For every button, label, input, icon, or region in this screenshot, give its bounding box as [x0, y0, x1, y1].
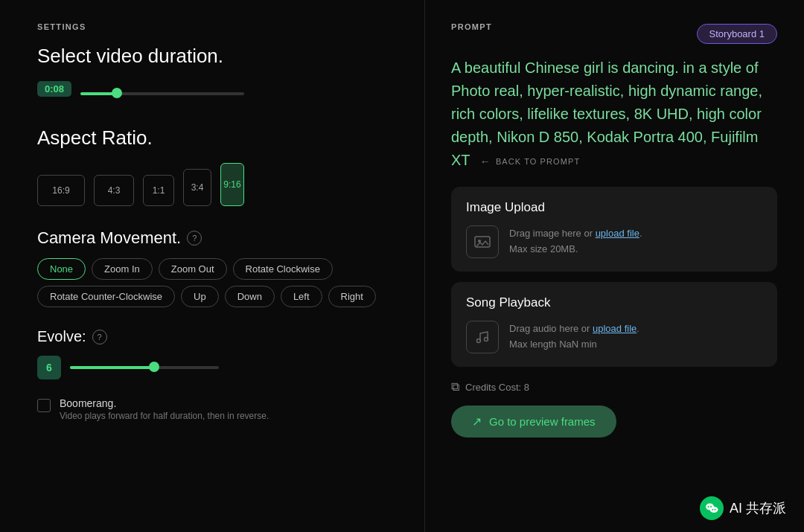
- duration-slider[interactable]: [80, 92, 244, 96]
- camera-zoom-out[interactable]: Zoom Out: [159, 258, 227, 280]
- back-to-prompt[interactable]: ← BACK TO PROMPT: [480, 154, 581, 170]
- aspect-title: Aspect Ratio.: [37, 126, 387, 150]
- svg-point-9: [714, 509, 715, 510]
- watermark: AI 共存派: [700, 496, 786, 520]
- credits-label: Credits Cost: 8: [465, 382, 529, 393]
- duration-slider-row: 0:08: [37, 81, 387, 106]
- aspect-option-3-4[interactable]: 3:4: [183, 169, 211, 206]
- svg-point-8: [712, 509, 713, 510]
- svg-point-2: [477, 339, 481, 343]
- aspect-option-16-9[interactable]: 16:9: [37, 175, 85, 206]
- preview-arrow-icon: ↗: [472, 414, 482, 429]
- svg-point-6: [707, 506, 709, 507]
- camera-movement-title: Camera Movement.: [37, 228, 181, 248]
- svg-point-7: [710, 506, 712, 507]
- storyboard-badge[interactable]: Storyboard 1: [697, 24, 777, 44]
- evolve-slider[interactable]: [70, 365, 219, 370]
- camera-rotate-counter-clockwise[interactable]: Rotate Counter-Clockwise: [37, 286, 175, 307]
- preview-label: Go to preview frames: [489, 415, 596, 428]
- evolve-slider-row: 6: [37, 356, 387, 379]
- boomerang-row: Boomerang. Video plays forward for half …: [37, 397, 387, 421]
- boomerang-text: Boomerang. Video plays forward for half …: [60, 397, 269, 421]
- evolve-value: 6: [37, 356, 61, 379]
- slider-thumb[interactable]: [112, 88, 122, 98]
- evolve-title: Evolve:: [37, 328, 86, 345]
- song-upload-icon: [466, 321, 499, 353]
- preview-button[interactable]: ↗ Go to preview frames: [451, 406, 616, 438]
- camera-none[interactable]: None: [37, 258, 86, 280]
- back-arrow-icon: ←: [480, 154, 491, 170]
- right-header: PROMPT Storyboard 1: [451, 22, 777, 45]
- svg-point-1: [478, 240, 481, 243]
- slider-fill: [80, 92, 113, 95]
- aspect-option-9-16[interactable]: 9:16: [220, 163, 244, 206]
- boomerang-label: Boomerang.: [60, 397, 269, 409]
- camera-zoom-in[interactable]: Zoom In: [92, 258, 153, 280]
- left-panel: SETTINGS Select video duration. 0:08 Asp…: [0, 0, 424, 532]
- aspect-ratio-section: Aspect Ratio. 16:9 4:3 1:1 3:4 9:16: [37, 126, 387, 206]
- credits-row: ⧉ Credits Cost: 8: [451, 380, 777, 394]
- song-upload-link[interactable]: upload file: [593, 323, 636, 334]
- svg-point-3: [485, 338, 488, 342]
- camera-movement-header: Camera Movement. ?: [37, 228, 387, 248]
- watermark-text: AI 共存派: [730, 499, 786, 517]
- camera-up[interactable]: Up: [181, 286, 219, 307]
- camera-help-icon[interactable]: ?: [187, 231, 202, 246]
- evolve-header: Evolve: ?: [37, 328, 387, 345]
- evolve-section: Evolve: ? 6: [37, 328, 387, 379]
- boomerang-desc: Video plays forward for half duration, t…: [60, 411, 269, 421]
- camera-right[interactable]: Right: [328, 286, 376, 307]
- prompt-text: A beautiful Chinese girl is dancing. in …: [451, 57, 777, 172]
- camera-left[interactable]: Left: [281, 286, 322, 307]
- song-upload-area[interactable]: Drag audio here or upload file. Max leng…: [466, 321, 762, 353]
- duration-badge: 0:08: [37, 81, 71, 97]
- aspect-option-4-3[interactable]: 4:3: [94, 175, 134, 206]
- evolve-thumb[interactable]: [149, 362, 159, 372]
- image-upload-title: Image Upload: [466, 200, 762, 215]
- evolve-help-icon[interactable]: ?: [92, 330, 107, 344]
- image-upload-text: Drag image here or upload file. Max size…: [509, 226, 642, 257]
- image-upload-link[interactable]: upload file: [596, 228, 639, 239]
- wechat-icon: [700, 496, 724, 520]
- song-playback-title: Song Playback: [466, 295, 762, 310]
- boomerang-checkbox[interactable]: [37, 399, 51, 412]
- camera-down[interactable]: Down: [225, 286, 275, 307]
- song-playback-card: Song Playback Drag audio here or upload …: [451, 282, 777, 367]
- right-panel: PROMPT Storyboard 1 A beautiful Chinese …: [424, 0, 804, 532]
- credits-icon: ⧉: [451, 380, 459, 394]
- camera-options: None Zoom In Zoom Out Rotate Clockwise R…: [37, 258, 387, 307]
- settings-label: SETTINGS: [37, 22, 387, 31]
- camera-movement-section: Camera Movement. ? None Zoom In Zoom Out…: [37, 228, 387, 307]
- evolve-track-fill: [70, 366, 152, 369]
- duration-title: Select video duration.: [37, 45, 387, 68]
- prompt-label: PROMPT: [451, 22, 492, 31]
- panel-divider: [424, 0, 425, 532]
- camera-rotate-clockwise[interactable]: Rotate Clockwise: [233, 258, 333, 280]
- image-upload-card: Image Upload Drag image here or upload f…: [451, 187, 777, 272]
- image-upload-icon: [466, 225, 499, 258]
- aspect-options: 16:9 4:3 1:1 3:4 9:16: [37, 163, 387, 206]
- svg-point-5: [709, 507, 718, 513]
- song-upload-text: Drag audio here or upload file. Max leng…: [509, 321, 639, 353]
- aspect-option-1-1[interactable]: 1:1: [143, 175, 174, 206]
- image-upload-area[interactable]: Drag image here or upload file. Max size…: [466, 225, 762, 258]
